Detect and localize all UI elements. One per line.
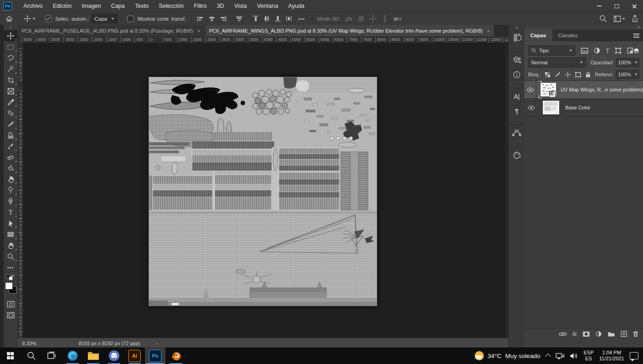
menu-edicion[interactable]: Edición — [48, 0, 77, 12]
status-options-chevron[interactable]: › — [156, 341, 158, 346]
canvas-viewport[interactable] — [23, 43, 508, 338]
edit-toolbar-icon[interactable]: ••• — [4, 262, 17, 273]
lock-pixels-icon[interactable] — [555, 72, 561, 78]
align-left-icon[interactable] — [197, 16, 204, 22]
panel-menu-icon[interactable] — [633, 34, 639, 39]
layer-row-base-color[interactable]: Base Color — [524, 99, 643, 117]
distribute-v-icon[interactable] — [286, 15, 292, 22]
history-panel-icon[interactable] — [509, 30, 525, 45]
opacity-caret[interactable] — [633, 58, 639, 67]
fill-field[interactable]: 100% — [616, 70, 633, 79]
layer-visibility-toggle[interactable] — [524, 99, 539, 116]
menu-ayuda[interactable]: Ayuda — [283, 0, 310, 12]
align-center-h-icon[interactable] — [208, 16, 215, 22]
crop-tool[interactable] — [4, 74, 17, 85]
history-brush-tool[interactable] — [4, 141, 17, 152]
eraser-tool[interactable] — [4, 152, 17, 163]
more-options-icon[interactable]: ••• — [298, 16, 305, 22]
rectangle-tool[interactable] — [4, 229, 17, 240]
auto-select-checkbox[interactable] — [45, 16, 52, 22]
tab-canales[interactable]: Canales — [552, 29, 584, 41]
tray-expand-icon[interactable] — [545, 353, 551, 359]
layer-row-uv-map-wings[interactable]: UV Map Wings, R...e some problem) — [524, 81, 643, 99]
filter-pixel-icon[interactable] — [581, 48, 588, 54]
color-swatches[interactable] — [4, 281, 17, 297]
start-button[interactable] — [0, 347, 21, 364]
add-adjustment-icon[interactable] — [596, 331, 602, 337]
distribute-top-icon[interactable] — [253, 15, 259, 22]
new-layer-icon[interactable] — [621, 331, 627, 337]
task-view-button[interactable] — [41, 347, 62, 364]
dock-collapse-icon[interactable]: « — [509, 25, 525, 30]
menu-imagen[interactable]: Imagen — [77, 0, 106, 12]
lock-position-icon[interactable] — [565, 72, 571, 78]
layer-thumbnail[interactable] — [542, 100, 560, 115]
fill-caret[interactable] — [633, 70, 639, 79]
menu-archivo[interactable]: Archivo — [18, 0, 48, 12]
auto-select-dropdown[interactable]: Capa — [91, 14, 118, 23]
taskbar-search-button[interactable] — [21, 347, 41, 364]
document-tab-fuselage[interactable]: PC6_AIRFRAME_FUSELAGE_ALBD.PNG.psd al 8.… — [17, 25, 205, 36]
lock-transparency-icon[interactable] — [545, 72, 551, 78]
healing-brush-tool[interactable] — [4, 108, 17, 119]
language-indicator[interactable]: ESP ES — [584, 350, 594, 362]
move-tool[interactable] — [4, 30, 17, 41]
horizontal-ruler[interactable]: 4500400035003000250020001500100050005001… — [17, 36, 508, 43]
blend-mode-dropdown[interactable]: Normal — [528, 57, 586, 68]
move-tool-caret[interactable] — [33, 18, 35, 20]
paragraph-panel-icon[interactable]: ¶ — [509, 104, 525, 119]
3d-panel-icon[interactable] — [509, 52, 525, 67]
paint-bucket-tool[interactable] — [4, 163, 17, 174]
brush-settings-panel-icon[interactable] — [509, 148, 525, 163]
close-button[interactable] — [626, 0, 643, 12]
quick-mask-button[interactable] — [4, 299, 17, 310]
home-icon[interactable] — [4, 15, 15, 23]
taskbar-photoshop[interactable]: Ps — [145, 347, 166, 364]
weather-widget[interactable]: 34°C Muy soleado — [475, 351, 540, 360]
canvas-document[interactable] — [149, 77, 377, 306]
move-tool-icon[interactable] — [22, 15, 33, 22]
paths-panel-icon[interactable] — [509, 126, 525, 141]
quick-selection-tool[interactable] — [4, 63, 17, 74]
eyedropper-tool[interactable] — [4, 97, 17, 108]
distribute-center-icon[interactable] — [264, 15, 270, 22]
filter-shape-icon[interactable] — [615, 47, 621, 54]
layer-visibility-toggle[interactable] — [524, 81, 536, 98]
menu-filtro[interactable]: Filtro — [189, 0, 212, 12]
clock[interactable]: 1:04 PM 11/21/2021 — [599, 350, 624, 362]
search-icon[interactable] — [599, 15, 607, 23]
taskbar-discord[interactable] — [103, 347, 124, 364]
menu-seleccion[interactable]: Selección — [154, 0, 189, 12]
align-right-icon[interactable] — [220, 16, 227, 22]
add-mask-icon[interactable] — [583, 331, 590, 337]
taskbar-file-explorer[interactable] — [83, 347, 103, 364]
hand-tool[interactable] — [4, 240, 17, 251]
lock-all-icon[interactable] — [586, 72, 591, 78]
taskbar-blender[interactable] — [166, 347, 186, 364]
taskbar-edge[interactable] — [62, 347, 83, 364]
dodge-tool[interactable] — [4, 185, 17, 196]
filter-toggle-icon[interactable] — [633, 48, 639, 54]
volume-icon[interactable] — [570, 353, 578, 359]
menu-ventana[interactable]: Ventana — [252, 0, 283, 12]
filter-adjustment-icon[interactable] — [594, 47, 600, 54]
character-panel-icon[interactable]: A| — [509, 89, 525, 104]
layer-filter-dropdown[interactable]: Tipo — [528, 46, 575, 56]
menu-capa[interactable]: Capa — [106, 0, 130, 12]
frame-tool[interactable] — [4, 85, 17, 97]
workspace-switcher[interactable] — [614, 16, 625, 22]
layer-thumbnail[interactable] — [540, 82, 555, 97]
brush-tool[interactable] — [4, 119, 17, 130]
delete-layer-icon[interactable] — [633, 331, 638, 337]
marquee-tool[interactable] — [4, 41, 17, 52]
screen-mode-button[interactable] — [4, 310, 17, 321]
close-tab-icon[interactable]: × — [197, 28, 200, 34]
layer-effects-icon[interactable]: fx — [573, 331, 577, 337]
lasso-tool[interactable] — [4, 52, 17, 63]
document-tab-wings[interactable]: PC6_AIRFRAME_WINGS_ALBD.PNG.psd al 8.33%… — [205, 25, 495, 36]
panel-collapse-icon[interactable]: » — [638, 25, 640, 29]
menu-vista[interactable]: Vista — [229, 0, 252, 12]
action-center-icon[interactable] — [630, 352, 638, 359]
share-icon[interactable] — [632, 15, 638, 23]
menu-texto[interactable]: Texto — [130, 0, 154, 12]
